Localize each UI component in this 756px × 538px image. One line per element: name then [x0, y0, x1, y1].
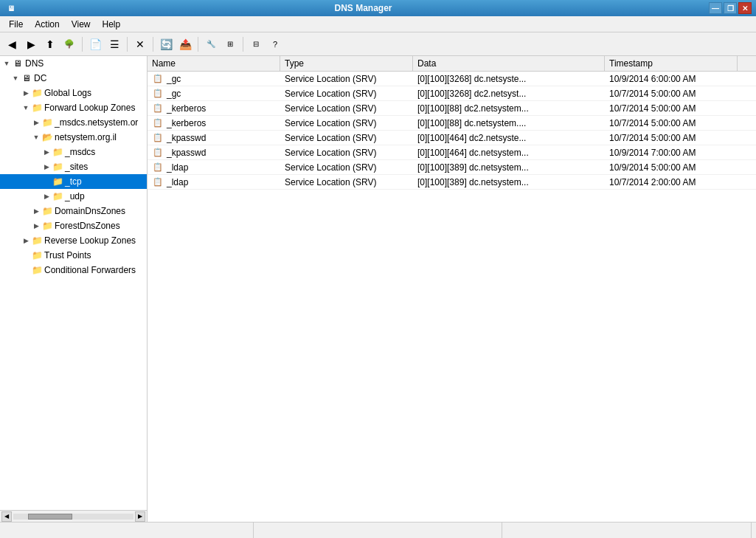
folder-icon-tcp: 📁 — [52, 176, 63, 187]
filter-button[interactable]: ⊟ — [247, 35, 265, 53]
menu-action[interactable]: Action — [29, 18, 65, 31]
tree-item-tcp[interactable]: 📁 _tcp — [0, 174, 147, 189]
expand-reverse-lookup[interactable]: ▶ — [21, 235, 31, 246]
tree-item-conditional-fwd[interactable]: 📁 Conditional Forwarders — [0, 263, 147, 277]
expand-msdcs[interactable]: ▶ — [31, 117, 41, 128]
delete-button[interactable]: ✕ — [131, 35, 149, 53]
restore-button[interactable]: ❐ — [724, 2, 737, 14]
expand-domain-dns[interactable]: ▶ — [31, 206, 41, 216]
cell-type: Service Location (SRV) — [280, 147, 413, 159]
forward-button[interactable]: ▶ — [22, 35, 40, 53]
tree-item-dns[interactable]: ▼ 🖥 DNS — [0, 56, 147, 71]
expand-msdcs2[interactable]: ▶ — [41, 147, 52, 157]
tree-item-global-logs[interactable]: ▶ 📁 Global Logs — [0, 86, 147, 100]
tree-label-trust-points: Trust Points — [44, 250, 91, 261]
tree-scrollbar[interactable]: ◀ ▶ — [0, 510, 147, 522]
tree-label-dc: DC — [34, 73, 46, 83]
tree-item-domain-dns[interactable]: ▶ 📁 DomainDnsZones — [0, 204, 147, 218]
cell-name: 📋 _ldap — [148, 176, 280, 189]
tree-label-forward-lookup: Forward Lookup Zones — [44, 103, 135, 113]
expand-tcp[interactable] — [41, 176, 52, 187]
show-tree-button[interactable]: 🌳 — [60, 35, 78, 53]
status-section-2 — [254, 523, 503, 538]
status-section-1 — [4, 523, 254, 538]
scroll-left-button[interactable]: ◀ — [1, 511, 12, 522]
record-icon: 📋 — [152, 73, 164, 85]
main-area: ▼ 🖥 DNS ▼ 🖥 DC ▶ 📁 Global Logs ▼ — [0, 56, 756, 522]
tree-label-tcp: _tcp — [65, 176, 82, 187]
list-row[interactable]: 📋 _kerberos Service Location (SRV) [0][1… — [148, 101, 756, 116]
scroll-track[interactable] — [13, 514, 133, 520]
tree-label-sites: _sites — [65, 162, 88, 172]
expand-global-logs[interactable]: ▶ — [21, 88, 31, 98]
refresh-button[interactable]: 🔄 — [157, 35, 175, 53]
tree-label-forest-dns: ForestDnsZones — [55, 221, 120, 231]
cell-data: [0][100][389] dc.netsystem... — [413, 162, 605, 173]
list-body: 📋 _gc Service Location (SRV) [0][100][32… — [148, 72, 756, 190]
up-button[interactable]: ⬆ — [41, 35, 59, 53]
menu-file[interactable]: File — [3, 18, 29, 31]
tree-item-sites[interactable]: ▶ 📁 _sites — [0, 159, 147, 174]
tree-label-dns: DNS — [25, 58, 44, 69]
tree-item-netsystem[interactable]: ▼ 📂 netsystem.org.il — [0, 130, 147, 145]
close-button[interactable]: ✕ — [738, 2, 752, 14]
menu-view[interactable]: View — [66, 18, 97, 31]
expand-sites[interactable]: ▶ — [41, 162, 52, 172]
tree-item-trust-points[interactable]: 📁 Trust Points — [0, 248, 147, 263]
scroll-right-button[interactable]: ▶ — [135, 511, 145, 522]
tree-item-forest-dns[interactable]: ▶ 📁 ForestDnsZones — [0, 218, 147, 233]
list-row[interactable]: 📋 _kpasswd Service Location (SRV) [0][10… — [148, 145, 756, 160]
list-row[interactable]: 📋 _gc Service Location (SRV) [0][100][32… — [148, 72, 756, 86]
back-button[interactable]: ◀ — [3, 35, 21, 53]
scroll-thumb[interactable] — [28, 514, 72, 520]
cell-timestamp: 10/7/2014 5:00:00 AM — [605, 103, 738, 114]
new-button[interactable]: 📄 — [86, 35, 104, 53]
tabs-button[interactable]: ⊞ — [221, 35, 239, 53]
properties-button[interactable]: ☰ — [105, 35, 123, 53]
expand-udp[interactable]: ▶ — [41, 191, 52, 201]
list-row[interactable]: 📋 _kpasswd Service Location (SRV) [0][10… — [148, 131, 756, 145]
tree-item-dc[interactable]: ▼ 🖥 DC — [0, 71, 147, 86]
tree-panel[interactable]: ▼ 🖥 DNS ▼ 🖥 DC ▶ 📁 Global Logs ▼ — [0, 56, 148, 510]
col-header-data[interactable]: Data — [413, 56, 605, 71]
export-button[interactable]: 📤 — [176, 35, 194, 53]
record-icon: 📋 — [152, 88, 164, 100]
list-row[interactable]: 📋 _ldap Service Location (SRV) [0][100][… — [148, 160, 756, 175]
minimize-button[interactable]: — — [709, 2, 722, 14]
record-icon: 📋 — [152, 103, 164, 114]
help-button[interactable]: ? — [266, 35, 284, 53]
cell-name: 📋 _gc — [148, 72, 280, 86]
expand-netsystem[interactable]: ▼ — [31, 132, 41, 142]
status-bar — [0, 522, 756, 538]
folder-icon-domain-dns: 📁 — [41, 205, 53, 217]
cell-timestamp: 10/7/2014 5:00:00 AM — [605, 88, 738, 100]
cell-name: 📋 _ldap — [148, 161, 280, 174]
list-row[interactable]: 📋 _gc Service Location (SRV) [0][100][32… — [148, 86, 756, 101]
tree-item-udp[interactable]: ▶ 📁 _udp — [0, 189, 147, 204]
list-row[interactable]: 📋 _ldap Service Location (SRV) [0][100][… — [148, 175, 756, 190]
tree-item-msdcs2[interactable]: ▶ 📁 _msdcs — [0, 145, 147, 159]
col-header-timestamp[interactable]: Timestamp — [605, 56, 738, 71]
tree-label-global-logs: Global Logs — [44, 88, 91, 98]
tree-label-udp: _udp — [65, 191, 85, 201]
col-header-name[interactable]: Name — [148, 56, 280, 71]
list-row[interactable]: 📋 _kerberos Service Location (SRV) [0][1… — [148, 116, 756, 131]
expand-forward-lookup[interactable]: ▼ — [21, 103, 31, 113]
expand-dc[interactable]: ▼ — [10, 73, 21, 83]
list-header: Name Type Data Timestamp — [148, 56, 756, 72]
tree-item-forward-lookup[interactable]: ▼ 📁 Forward Lookup Zones — [0, 100, 147, 115]
tree-item-reverse-lookup[interactable]: ▶ 📁 Reverse Lookup Zones — [0, 233, 147, 248]
expand-forest-dns[interactable]: ▶ — [31, 221, 41, 231]
expand-dns[interactable]: ▼ — [1, 58, 12, 69]
menu-help[interactable]: Help — [97, 18, 127, 31]
cell-timestamp: 10/7/2014 5:00:00 AM — [605, 117, 738, 129]
col-header-type[interactable]: Type — [280, 56, 413, 71]
status-section-3 — [502, 523, 752, 538]
list-panel[interactable]: Name Type Data Timestamp 📋 _gc Service L… — [148, 56, 756, 522]
tree-label-domain-dns: DomainDnsZones — [55, 206, 125, 216]
cell-name: 📋 _kpasswd — [148, 146, 280, 159]
wizard-button[interactable]: 🔧 — [202, 35, 220, 53]
cell-name: 📋 _gc — [148, 87, 280, 100]
tree-item-msdcs[interactable]: ▶ 📁 _msdcs.netsystem.or — [0, 115, 147, 130]
cell-data: [0][100][3268] dc.netsyste... — [413, 73, 605, 85]
